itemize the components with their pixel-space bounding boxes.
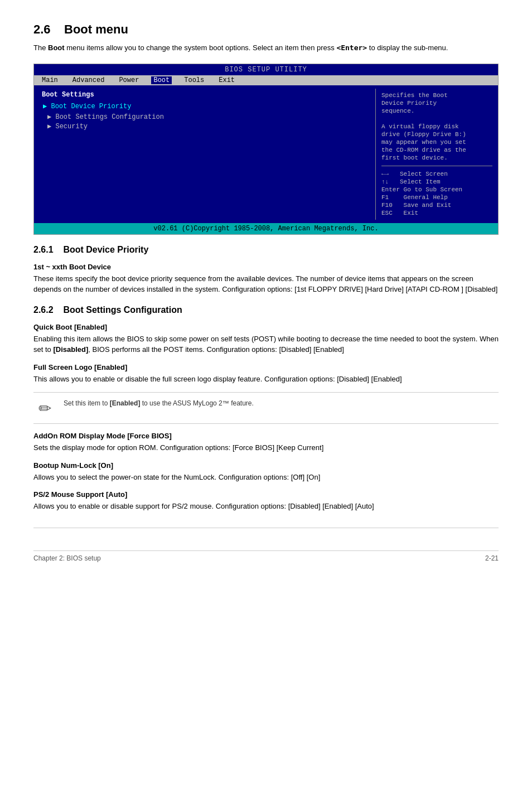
bios-menu-main: Main [40, 76, 60, 84]
quick-boot-description: Enabling this item allows the BIOS to sk… [33, 334, 499, 355]
bios-screenshot: BIOS SETUP UTILITY Main Advanced Power B… [33, 64, 499, 235]
note-box: ✏ Set this item to [Enabled] to use the … [33, 392, 499, 424]
bios-submenu: Boot Settings Configuration Security [47, 113, 367, 131]
subsection-261-number: 2.6.1 [33, 245, 54, 254]
quick-boot-heading: Quick Boot [Enabled] [33, 323, 499, 331]
bios-topbar: BIOS SETUP UTILITY [34, 64, 498, 75]
bios-section-header: Boot Settings [42, 91, 367, 99]
bootup-numlock-description: Allows you to select the power-on state … [33, 472, 499, 483]
bios-right-panel: Specifies the Boot Device Priority seque… [375, 89, 498, 220]
page-footer: Chapter 2: BIOS setup 2-21 [33, 550, 499, 562]
bios-key-help: ←→ Select Screen ↑↓ Select Item Enter Go… [381, 171, 492, 216]
addon-rom-description: Sets the display mode for option ROM. Co… [33, 442, 499, 453]
bios-menu-exit: Exit [216, 76, 237, 84]
bios-menu-power: Power [117, 76, 141, 84]
bios-body: Boot Settings ▶ Boot Device Priority Boo… [34, 85, 498, 223]
bios-footer: v02.61 (C)Copyright 1985-2008, American … [34, 223, 498, 234]
section-title: 2.6 Boot menu [33, 22, 499, 37]
section-intro: The Boot menu items allow you to change … [33, 42, 499, 54]
subsection-261-heading: Boot Device Priority [63, 245, 148, 254]
ps2-mouse-heading: PS/2 Mouse Support [Auto] [33, 490, 499, 499]
subsection-261-title: 2.6.1 Boot Device Priority [33, 245, 499, 255]
full-screen-logo-heading: Full Screen Logo [Enabled] [33, 363, 499, 371]
ps2-mouse-description: Allows you to enable or disable support … [33, 501, 499, 512]
intro-rest: menu items allow you to change the syste… [65, 44, 337, 52]
intro-end: to display the sub-menu. [367, 44, 448, 52]
addon-rom-heading: AddOn ROM Display Mode [Force BIOS] [33, 432, 499, 440]
bios-menubar: Main Advanced Power Boot Tools Exit [34, 75, 498, 85]
bios-separator [381, 166, 492, 166]
boot-device-description: These items specify the boot device prio… [33, 273, 499, 295]
full-screen-logo-description: This allows you to enable or disable the… [33, 374, 499, 385]
bios-menu-boot: Boot [151, 76, 172, 84]
note-bold: [Enabled] [110, 399, 141, 407]
boot-device-subheading: 1st ~ xxth Boot Device [33, 263, 499, 271]
subsection-262-number: 2.6.2 [33, 305, 54, 315]
section-number: 2.6 [33, 22, 51, 36]
subsection-262-heading: Boot Settings Configuration [63, 305, 182, 315]
section-heading: Boot menu [64, 22, 128, 36]
note-text: Set this item to [Enabled] to use the AS… [64, 398, 254, 408]
bios-menu-advanced: Advanced [70, 76, 107, 84]
bios-item-label: Boot Device Priority [51, 103, 131, 110]
intro-bold: Boot [48, 44, 65, 52]
enter-key: <Enter> [336, 44, 367, 52]
bios-left-panel: Boot Settings ▶ Boot Device Priority Boo… [34, 89, 375, 220]
bios-submenu-item-1: Boot Settings Configuration [47, 113, 367, 121]
note-icon: ✏ [33, 399, 56, 418]
footer-left: Chapter 2: BIOS setup [33, 554, 101, 562]
bios-help-text: Specifies the Boot Device Priority seque… [381, 92, 492, 161]
bootup-numlock-heading: Bootup Num-Lock [On] [33, 461, 499, 470]
bios-menu-tools: Tools [182, 76, 206, 84]
bios-boot-device-priority: ▶ Boot Device Priority [42, 102, 367, 110]
footer-right: 2-21 [485, 554, 499, 562]
bios-submenu-item-2: Security [47, 122, 367, 131]
disabled-bold: [Disabled] [53, 345, 88, 354]
bios-item-arrow: ▶ [43, 103, 51, 110]
section-divider [33, 528, 499, 528]
subsection-262-title: 2.6.2 Boot Settings Configuration [33, 305, 499, 315]
